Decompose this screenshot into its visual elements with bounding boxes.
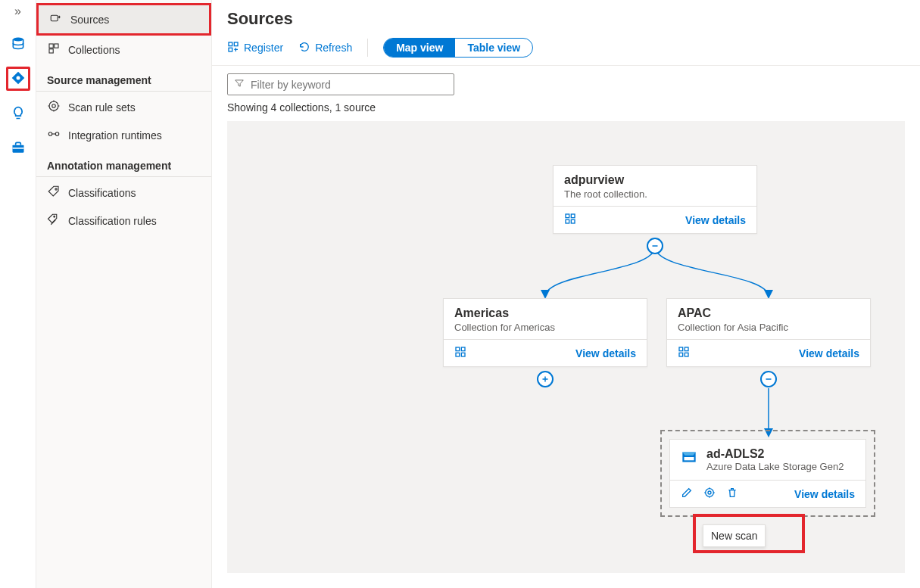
svg-rect-24 <box>456 353 460 356</box>
expand-toggle-americas[interactable] <box>537 371 554 387</box>
svg-point-12 <box>55 188 57 190</box>
nav-classification-rules[interactable]: Classification rules <box>36 207 211 235</box>
table-view-segment[interactable]: Table view <box>455 39 532 57</box>
edit-icon[interactable] <box>681 487 693 501</box>
svg-point-34 <box>706 489 714 497</box>
source-container: ad-ADLS2 Azure Data Lake Storage Gen2 <box>660 430 875 517</box>
filter-input-wrap[interactable] <box>227 73 454 95</box>
svg-rect-14 <box>229 42 232 46</box>
card-footer: View details <box>444 340 647 366</box>
collection-card-apac[interactable]: APAC Collection for Asia Pacific View de… <box>666 298 871 367</box>
delete-icon[interactable] <box>726 487 738 501</box>
nav-sources[interactable]: Sources <box>36 3 211 36</box>
grid-icon[interactable] <box>678 346 690 360</box>
card-header: adpurview The root collection. <box>554 166 756 207</box>
nav-group-source-management: Source management <box>36 64 211 92</box>
nav-label: Classifications <box>68 187 136 199</box>
source-subtitle: Azure Data Lake Storage Gen2 <box>706 461 844 472</box>
card-footer: View details <box>554 207 756 233</box>
svg-point-35 <box>708 491 711 494</box>
svg-rect-25 <box>461 353 465 356</box>
card-header: APAC Collection for Asia Pacific <box>667 299 870 340</box>
database-icon <box>11 36 26 53</box>
view-toggle: Map view Table view <box>383 38 533 58</box>
svg-rect-6 <box>55 44 58 48</box>
nav-label: Integration runtimes <box>68 129 162 142</box>
svg-rect-2 <box>12 145 23 152</box>
rail-data-catalog-button[interactable] <box>6 32 30 56</box>
highlight-new-scan <box>693 514 805 553</box>
svg-rect-19 <box>566 219 569 223</box>
expand-rail-button[interactable]: » <box>14 5 21 18</box>
nav-group-annotation-management: Annotation management <box>36 149 211 177</box>
collections-icon <box>47 42 61 58</box>
nav-label: Sources <box>70 14 109 26</box>
rail-data-map-button[interactable] <box>6 67 30 91</box>
filter-row: Showing 4 collections, 1 source <box>212 66 920 118</box>
nav-label: Scan rule sets <box>68 101 136 114</box>
refresh-button[interactable]: Refresh <box>298 41 352 55</box>
view-details-link[interactable]: View details <box>685 214 746 226</box>
connection-icon <box>47 127 61 143</box>
svg-rect-15 <box>234 42 238 46</box>
collection-card-root[interactable]: adpurview The root collection. View deta… <box>553 165 757 234</box>
card-subtitle: Collection for Asia Pacific <box>678 322 859 333</box>
svg-rect-22 <box>456 347 460 351</box>
card-header: Americas Collection for Americas <box>444 299 647 340</box>
card-subtitle: Collection for Americas <box>454 322 636 333</box>
nav-classifications[interactable]: Classifications <box>36 179 211 207</box>
svg-point-9 <box>52 104 56 108</box>
map-icon <box>11 70 26 88</box>
view-details-link[interactable]: View details <box>794 488 855 500</box>
svg-rect-16 <box>229 48 232 51</box>
main-content: Sources Register Refresh Map view Table … <box>212 0 920 588</box>
card-title: APAC <box>678 306 859 320</box>
rail-insights-button[interactable] <box>6 101 30 126</box>
nav-collections[interactable]: Collections <box>36 36 211 64</box>
nav-integration-runtimes[interactable]: Integration runtimes <box>36 121 211 149</box>
grid-plus-icon <box>227 41 239 55</box>
collapse-toggle-apac[interactable] <box>760 371 777 387</box>
card-footer: View details <box>670 481 865 507</box>
rail-management-button[interactable] <box>6 136 30 160</box>
svg-rect-29 <box>685 347 688 351</box>
map-view-segment[interactable]: Map view <box>384 39 455 57</box>
register-button[interactable]: Register <box>227 41 283 55</box>
tag-icon <box>47 185 61 201</box>
source-card-adls2[interactable]: ad-ADLS2 Azure Data Lake Storage Gen2 <box>669 439 866 508</box>
toolbox-icon <box>11 140 26 157</box>
toolbar: Register Refresh Map view Table view <box>212 30 920 66</box>
card-subtitle: The root collection. <box>564 188 746 200</box>
nav-label: Classification rules <box>68 215 157 227</box>
svg-rect-18 <box>571 214 575 218</box>
filter-input[interactable] <box>251 79 448 91</box>
view-details-link[interactable]: View details <box>575 347 636 359</box>
grid-icon[interactable] <box>454 346 466 360</box>
card-header: ad-ADLS2 Azure Data Lake Storage Gen2 <box>670 440 865 481</box>
left-rail: » <box>0 0 36 588</box>
refresh-icon <box>298 41 310 55</box>
svg-point-11 <box>55 132 59 136</box>
map-canvas[interactable]: adpurview The root collection. View deta… <box>227 121 905 573</box>
svg-rect-28 <box>679 347 683 351</box>
target-icon <box>47 99 61 115</box>
side-navigation: Sources Collections Source management Sc… <box>36 0 212 588</box>
svg-rect-20 <box>571 219 575 223</box>
svg-point-10 <box>48 132 52 136</box>
view-details-link[interactable]: View details <box>799 347 859 359</box>
collapse-toggle-root[interactable] <box>647 238 663 254</box>
svg-point-13 <box>54 216 55 217</box>
new-scan-icon[interactable] <box>703 487 716 501</box>
collection-card-americas[interactable]: Americas Collection for Americas View de… <box>443 298 647 367</box>
svg-rect-17 <box>566 214 569 218</box>
grid-icon[interactable] <box>564 213 576 227</box>
svg-rect-7 <box>49 49 53 53</box>
nav-scan-rule-sets[interactable]: Scan rule sets <box>36 93 211 121</box>
svg-point-8 <box>49 101 58 110</box>
svg-point-0 <box>13 37 23 41</box>
svg-rect-5 <box>49 44 53 48</box>
card-footer: View details <box>667 340 870 366</box>
adls-icon <box>679 447 699 469</box>
card-title: adpurview <box>564 173 746 187</box>
source-title: ad-ADLS2 <box>706 447 844 461</box>
